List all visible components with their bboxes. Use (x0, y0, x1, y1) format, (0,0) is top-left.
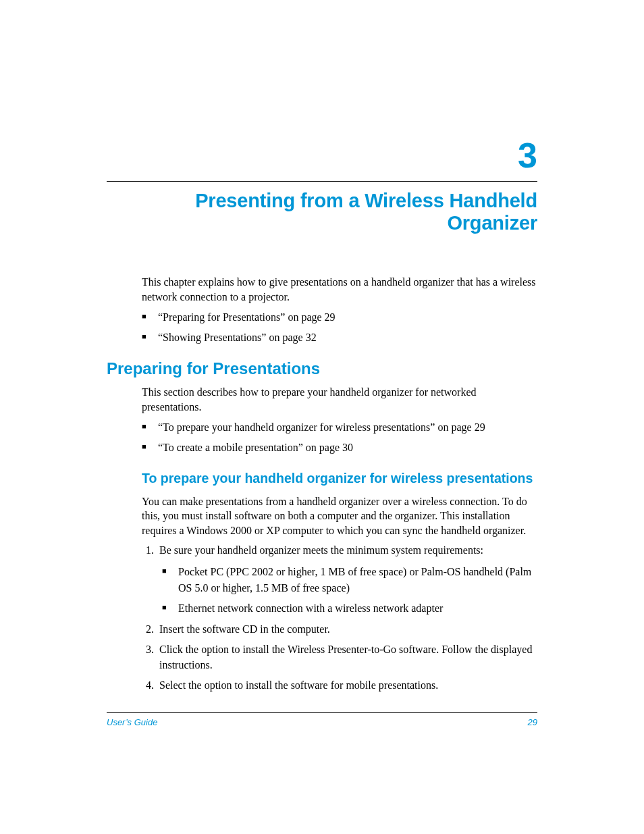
chapter-link-item[interactable]: “Preparing for Presentations” on page 29 (142, 309, 537, 325)
step-item: Click the option to install the Wireless… (157, 642, 537, 673)
step-item: Select the option to install the softwar… (157, 678, 537, 693)
subsection-paragraph: You can make presentations from a handhe… (142, 494, 537, 538)
requirement-item: Ethernet network connection with a wirel… (162, 600, 537, 617)
chapter-link-list: “Preparing for Presentations” on page 29… (142, 309, 537, 346)
section1-body: This section describes how to prepare yo… (142, 385, 537, 693)
section-heading-preparing: Preparing for Presentations (107, 359, 537, 378)
section-link-item[interactable]: “To prepare your handheld organizer for … (142, 419, 537, 436)
subsection-heading: To prepare your handheld organizer for w… (142, 469, 537, 487)
page-footer: User’s Guide 29 (107, 712, 537, 727)
chapter-title: Presenting from a Wireless Handheld Orga… (107, 190, 537, 234)
footer-rule (107, 712, 537, 713)
footer-page-number: 29 (528, 717, 537, 727)
footer-doc-title: User’s Guide (107, 717, 157, 727)
step-text: Be sure your handheld organizer meets th… (159, 544, 483, 556)
step-item: Be sure your handheld organizer meets th… (157, 543, 537, 616)
section1-intro: This section describes how to prepare yo… (142, 385, 537, 414)
section-link-item[interactable]: “To create a mobile presentation” on pag… (142, 440, 537, 456)
section1-link-list: “To prepare your handheld organizer for … (142, 419, 537, 456)
intro-block: This chapter explains how to give presen… (142, 275, 537, 346)
chapter-rule (107, 181, 537, 182)
chapter-link-item[interactable]: “Showing Presentations” on page 32 (142, 330, 537, 346)
page: 3 Presenting from a Wireless Handheld Or… (0, 0, 644, 834)
requirement-item: Pocket PC (PPC 2002 or higher, 1 MB of f… (162, 564, 537, 596)
steps-list: Be sure your handheld organizer meets th… (142, 543, 537, 693)
chapter-number: 3 (107, 135, 537, 176)
step-item: Insert the software CD in the computer. (157, 622, 537, 637)
step1-sublist: Pocket PC (PPC 2002 or higher, 1 MB of f… (162, 564, 537, 617)
intro-paragraph: This chapter explains how to give presen… (142, 275, 537, 304)
